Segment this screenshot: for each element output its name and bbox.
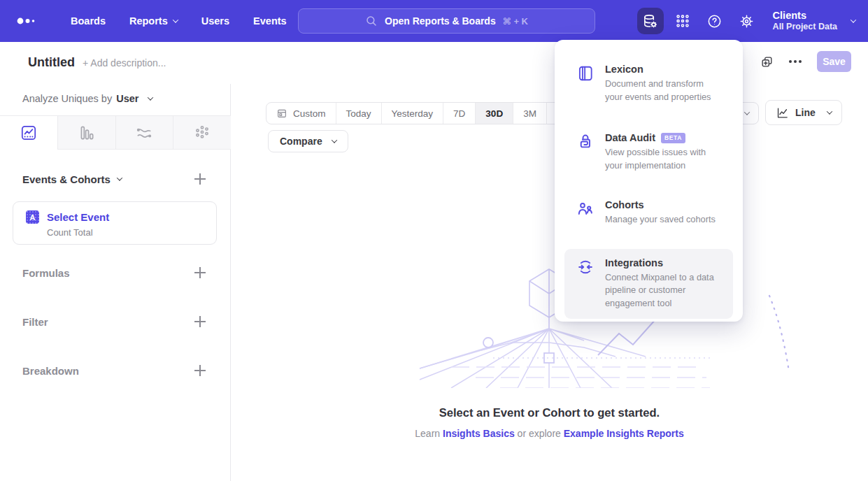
help-icon [706,13,723,29]
chevron-down-icon [331,137,336,143]
nav-item-events-label: Events [253,15,287,27]
header-actions: Save [760,51,851,72]
add-event-button[interactable] [192,171,208,187]
chevron-down-icon [744,109,749,115]
data-audit-description: View possible issues with your implement… [605,146,721,172]
breakdown-section-header: Breakdown [22,363,208,378]
nav-item-boards-label: Boards [71,15,106,27]
add-breakdown-button[interactable] [192,363,208,378]
search-placeholder: Open Reports & Boards [385,15,496,27]
add-description-field[interactable]: + Add description... [83,57,166,69]
add-filter-button[interactable] [192,314,208,329]
event-letter-badge: A [26,210,39,224]
integrations-sync-icon [576,257,595,310]
project-name: Clients [773,9,837,22]
mixpanel-insights-app: Boards Reports Users Events Open Reports… [0,0,868,481]
events-cohorts-label: Events & Cohorts [22,173,111,185]
events-cohorts-title[interactable]: Events & Cohorts [22,173,122,185]
analyze-uniques-selector[interactable]: Analyze Uniques by User [22,93,152,104]
menu-item-integrations[interactable]: Integrations Connect Mixpanel to a data … [564,249,733,320]
chart-type-label: Line [795,107,816,118]
range-7d[interactable]: 7D [443,103,475,124]
search-input[interactable]: Open Reports & Boards ⌘ + K [298,8,595,34]
chevron-down-icon [117,175,122,180]
insights-basics-link[interactable]: Insights Basics [443,428,515,439]
help-button[interactable] [702,8,728,34]
nav-right-cluster: Clients All Project Data [637,0,855,42]
range-custom-label: Custom [293,108,326,119]
filter-section-header: Filter [22,314,208,329]
data-management-menu: Lexicon Document and transform your even… [555,40,743,322]
chevron-down-icon [851,17,856,22]
nav-item-reports-label: Reports [129,15,168,27]
chevron-down-icon [173,17,178,22]
menu-item-data-audit[interactable]: Data Audit BETA View possible issues wit… [564,124,733,181]
nav-item-reports[interactable]: Reports [129,15,178,27]
mixpanel-dots-logo[interactable] [15,13,39,29]
bar-chart-tab-icon [78,124,96,142]
apps-grid-button[interactable] [669,8,696,34]
search-icon [365,15,378,27]
range-yesterday[interactable]: Yesterday [381,103,443,124]
range-7d-label: 7D [453,108,465,119]
formulas-section-header: Formulas [22,265,208,280]
beta-badge: BETA [661,133,685,143]
select-event-label[interactable]: Select Event [47,211,109,223]
cohorts-title: Cohorts [605,199,644,210]
menu-item-cohorts[interactable]: Cohorts Manage your saved cohorts [564,191,733,236]
select-event-card[interactable]: A Select Event Count Total [13,201,217,245]
report-title[interactable]: Untitled [28,55,75,70]
range-today[interactable]: Today [336,103,381,124]
chart-type-tabstrip [0,115,231,150]
analyze-prefix: Analyze Uniques by [22,93,112,104]
range-3m[interactable]: 3M [513,103,546,124]
nav-item-users[interactable]: Users [201,15,229,27]
tab-insights-line[interactable] [0,116,58,150]
chart-type-dropdown[interactable]: Line [765,100,842,125]
empty-state-subtitle: Learn Insights Basics or explore Example… [231,428,868,439]
retention-dots-tab-icon [193,124,211,142]
tab-flows[interactable] [116,116,174,149]
nav-item-events[interactable]: Events [253,15,287,27]
empty-state-text1: Learn [415,428,443,439]
range-yesterday-label: Yesterday [392,108,434,119]
example-insights-reports-link[interactable]: Example Insights Reports [564,428,684,439]
range-30d[interactable]: 30D [475,103,513,124]
chevron-down-icon [827,108,832,114]
duplicate-button[interactable] [760,55,774,69]
tab-retention-dots[interactable] [173,116,231,149]
duplicate-icon [760,55,774,69]
menu-item-lexicon[interactable]: Lexicon Document and transform your even… [564,55,733,113]
line-chart-icon [776,106,789,120]
analyze-value: User [116,93,138,104]
data-management-button[interactable] [637,8,664,34]
breakdown-label: Breakdown [22,365,79,377]
settings-gear-icon [739,13,755,29]
insights-line-tab-icon [20,124,38,142]
data-management-icon [642,13,658,29]
nav-item-boards[interactable]: Boards [71,15,106,27]
compare-button[interactable]: Compare [268,130,348,152]
save-button[interactable]: Save [817,51,851,72]
search-shortcut: ⌘ + K [503,16,528,27]
add-formula-button[interactable] [192,265,208,280]
cohorts-people-icon [576,199,595,227]
lexicon-description: Document and transform your events and p… [605,78,721,103]
data-audit-icon [576,132,595,172]
formulas-label: Formulas [22,267,70,279]
events-cohorts-section-header: Events & Cohorts [22,171,208,187]
lexicon-book-icon [576,64,595,103]
cohorts-description: Manage your saved cohorts [605,213,716,227]
data-audit-title: Data Audit [605,132,655,143]
range-custom[interactable]: Custom [266,103,336,124]
filter-label: Filter [22,316,48,328]
range-3m-label: 3M [523,108,536,119]
tab-bar-chart[interactable] [58,116,116,149]
project-switcher[interactable]: Clients All Project Data [773,9,855,33]
integrations-description: Connect Mixpanel to a data pipeline or c… [605,271,721,310]
chevron-down-icon [148,94,153,100]
count-total-label[interactable]: Count Total [47,227,93,238]
more-actions-button[interactable] [789,60,802,63]
settings-gear-button[interactable] [734,8,760,34]
empty-state-title: Select an Event or Cohort to get started… [231,406,868,419]
